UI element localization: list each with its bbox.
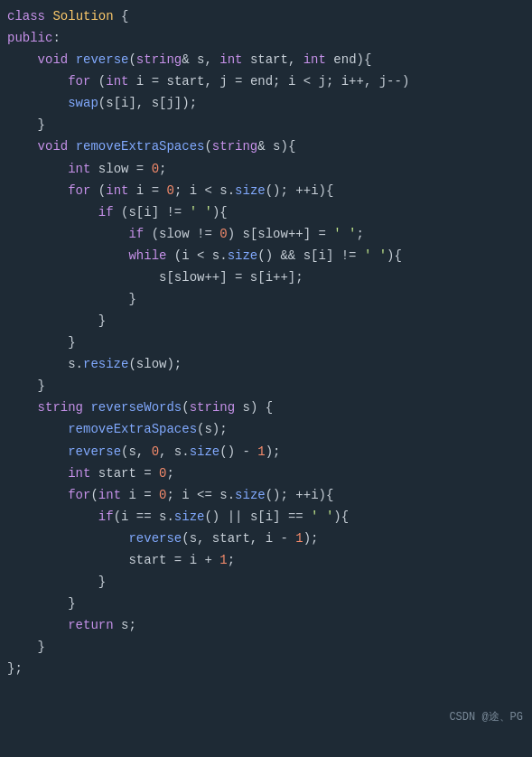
code-line: } xyxy=(0,593,532,614)
code-line: for (int i = 0; i < s.size(); ++i){ xyxy=(0,180,532,201)
code-line: start = i + 1; xyxy=(0,549,532,571)
footer-text: CSDN @途、PG xyxy=(449,709,523,726)
code-line: s.resize(slow); xyxy=(0,353,532,375)
code-line: } xyxy=(0,375,532,397)
code-line: void removeExtraSpaces(string& s){ xyxy=(0,136,532,157)
code-line: s[slow++] = s[i++]; xyxy=(0,266,532,288)
code-line: } xyxy=(0,114,532,136)
code-line: if (s[i] != ' '){ xyxy=(0,201,532,223)
code-container: class Solution {public: void reverse(str… xyxy=(0,0,532,732)
code-line: } xyxy=(0,636,532,658)
code-line: } xyxy=(0,288,532,310)
code-lines: class Solution {public: void reverse(str… xyxy=(0,5,532,679)
code-line: while (i < s.size() && s[i] != ' '){ xyxy=(0,245,532,266)
code-line: if (slow != 0) s[slow++] = ' '; xyxy=(0,223,532,245)
code-line: for(int i = 0; i <= s.size(); ++i){ xyxy=(0,484,532,506)
code-line: removeExtraSpaces(s); xyxy=(0,418,532,440)
code-line: } xyxy=(0,571,532,593)
code-line: void reverse(string& s, int start, int e… xyxy=(0,49,532,70)
code-line: for (int i = start, j = end; i < j; i++,… xyxy=(0,70,532,92)
code-line: swap(s[i], s[j]); xyxy=(0,92,532,114)
code-line: int slow = 0; xyxy=(0,158,532,180)
code-line: if(i == s.size() || s[i] == ' '){ xyxy=(0,506,532,528)
code-line: public: xyxy=(0,27,532,49)
code-line: string reverseWords(string s) { xyxy=(0,397,532,418)
code-line: reverse(s, 0, s.size() - 1); xyxy=(0,441,532,463)
code-line: }; xyxy=(0,658,532,679)
code-line: } xyxy=(0,310,532,332)
code-line: } xyxy=(0,332,532,353)
code-line: reverse(s, start, i - 1); xyxy=(0,528,532,549)
code-line: return s; xyxy=(0,614,532,636)
code-line: int start = 0; xyxy=(0,463,532,484)
code-line: class Solution { xyxy=(0,5,532,27)
